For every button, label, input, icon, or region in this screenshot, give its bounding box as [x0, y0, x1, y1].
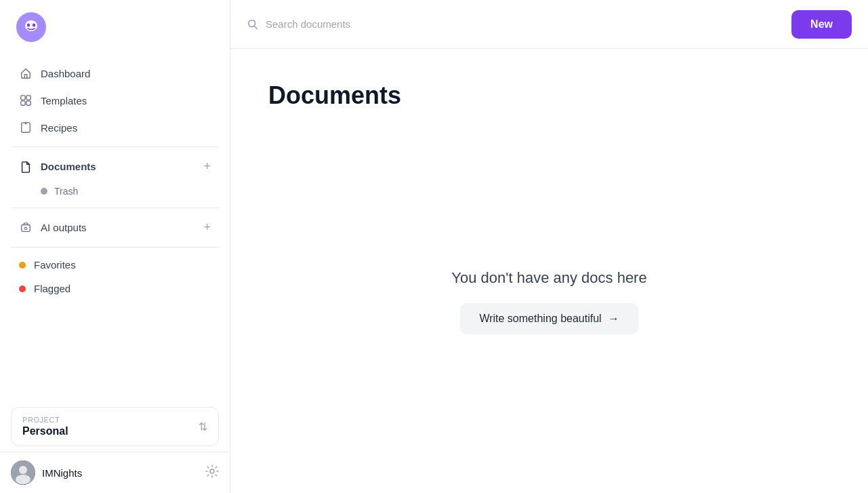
dashboard-label: Dashboard	[41, 68, 90, 79]
svg-rect-7	[26, 101, 30, 105]
sidebar-navigation: Dashboard Templates Recipe	[0, 54, 230, 401]
main-content: New Documents You don't have any docs he…	[230, 0, 868, 493]
svg-point-11	[24, 227, 27, 230]
svg-point-15	[210, 469, 214, 473]
add-document-button[interactable]: +	[203, 159, 211, 174]
content-area: Documents You don't have any docs here W…	[230, 49, 868, 493]
sidebar-item-templates[interactable]: Templates	[11, 87, 219, 114]
divider-3	[11, 247, 219, 248]
logo-area	[0, 0, 230, 54]
write-button-label: Write something beautiful	[479, 313, 601, 325]
arrow-icon: →	[608, 313, 619, 325]
svg-point-16	[249, 20, 255, 26]
search-input[interactable]	[266, 18, 783, 30]
flagged-label: Flagged	[34, 283, 70, 294]
templates-icon	[19, 94, 33, 107]
documents-label: Documents	[41, 161, 96, 172]
write-something-button[interactable]: Write something beautiful →	[460, 303, 638, 334]
search-icon	[247, 18, 259, 31]
home-icon	[19, 66, 33, 80]
svg-rect-5	[26, 96, 30, 100]
settings-gear-icon[interactable]	[205, 465, 219, 481]
sidebar-item-trash[interactable]: Trash	[11, 180, 219, 202]
sidebar-item-recipes[interactable]: Recipes	[11, 114, 219, 141]
sidebar-item-dashboard[interactable]: Dashboard	[11, 60, 219, 87]
sidebar-footer: IMNights	[0, 452, 230, 493]
divider-1	[11, 146, 219, 147]
svg-rect-4	[21, 96, 25, 100]
svg-rect-10	[22, 224, 30, 231]
topbar: New	[230, 0, 868, 49]
trash-label: Trash	[54, 186, 78, 197]
svg-marker-9	[24, 123, 27, 125]
recipes-icon	[19, 121, 33, 134]
flagged-dot	[19, 285, 26, 292]
divider-2	[11, 208, 219, 208]
app-logo	[16, 12, 46, 42]
sidebar-item-ai-outputs[interactable]: AI outputs +	[11, 214, 219, 241]
project-selector[interactable]: PROJECT Personal ⇅	[11, 407, 219, 446]
svg-rect-6	[21, 101, 25, 105]
sidebar-item-flagged[interactable]: Flagged	[11, 277, 219, 300]
ai-outputs-label: AI outputs	[41, 222, 87, 233]
sidebar-item-documents[interactable]: Documents +	[11, 153, 219, 180]
sidebar-item-favorites[interactable]: Favorites	[11, 253, 219, 277]
username: IMNights	[42, 467, 82, 479]
ai-outputs-icon	[19, 221, 33, 235]
svg-point-3	[33, 24, 35, 27]
sidebar: Dashboard Templates Recipe	[0, 0, 230, 493]
trash-dot	[41, 188, 47, 195]
search-wrapper	[247, 18, 783, 31]
document-icon	[19, 160, 33, 174]
favorites-dot	[19, 262, 26, 269]
recipes-label: Recipes	[41, 122, 77, 134]
svg-point-13	[19, 466, 27, 474]
favorites-label: Favorites	[34, 259, 76, 271]
avatar	[11, 460, 35, 485]
new-button[interactable]: New	[791, 10, 852, 39]
page-title: Documents	[268, 81, 830, 110]
add-ai-output-button[interactable]: +	[203, 220, 211, 235]
empty-state-text: You don't have any docs here	[451, 269, 646, 287]
empty-state: You don't have any docs here Write somet…	[268, 142, 830, 460]
project-name: Personal	[22, 425, 68, 437]
project-label: PROJECT	[22, 416, 68, 424]
user-info: IMNights	[11, 460, 82, 485]
svg-point-2	[27, 24, 30, 27]
project-info: PROJECT Personal	[22, 416, 68, 437]
svg-point-14	[16, 475, 30, 484]
chevron-updown-icon: ⇅	[199, 420, 207, 433]
templates-label: Templates	[41, 95, 87, 106]
